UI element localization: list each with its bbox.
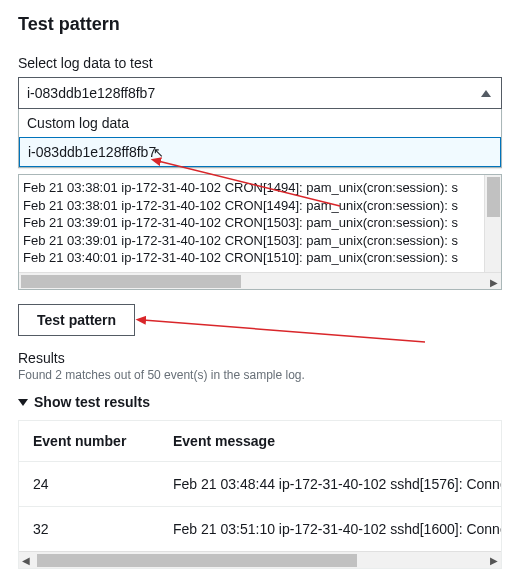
- select-label: Select log data to test: [18, 55, 502, 71]
- cell-event-number: 32: [19, 507, 159, 552]
- cell-event-message: Feb 21 03:51:10 ip-172-31-40-102 sshd[16…: [159, 507, 501, 552]
- table-horizontal-scrollbar[interactable]: ◀ ▶: [19, 551, 501, 568]
- log-data-select[interactable]: i-083ddb1e128ff8fb7: [18, 77, 502, 109]
- expander-label: Show test results: [34, 394, 150, 410]
- scroll-right-icon[interactable]: ▶: [490, 555, 498, 566]
- show-results-toggle[interactable]: Show test results: [18, 394, 502, 410]
- cursor-icon: ↖: [153, 145, 164, 160]
- cell-event-number: 24: [19, 462, 159, 507]
- table-row: 24Feb 21 03:48:44 ip-172-31-40-102 sshd[…: [19, 462, 501, 507]
- log-line: Feb 21 03:38:01 ip-172-31-40-102 CRON[14…: [23, 197, 501, 215]
- page-title: Test pattern: [18, 14, 502, 35]
- vertical-scrollbar[interactable]: [484, 175, 501, 272]
- cell-event-message: Feb 21 03:48:44 ip-172-31-40-102 sshd[15…: [159, 462, 501, 507]
- log-line: Feb 21 03:39:01 ip-172-31-40-102 CRON[15…: [23, 214, 501, 232]
- col-event-message: Event message: [159, 421, 501, 462]
- select-dropdown: Custom log data i-083ddb1e128ff8fb7↖: [18, 109, 502, 168]
- log-line: Feb 21 03:39:01 ip-172-31-40-102 CRON[15…: [23, 232, 501, 250]
- log-line: Feb 21 03:40:01 ip-172-31-40-102 CRON[15…: [23, 249, 501, 267]
- scroll-thumb[interactable]: [21, 275, 241, 288]
- scroll-thumb[interactable]: [487, 177, 500, 217]
- table-row: 32Feb 21 03:51:10 ip-172-31-40-102 sshd[…: [19, 507, 501, 552]
- annotation-arrow: [135, 312, 435, 352]
- dropdown-item-custom[interactable]: Custom log data: [19, 109, 501, 137]
- svg-line-1: [143, 320, 425, 342]
- log-preview-box: Feb 21 03:38:01 ip-172-31-40-102 CRON[14…: [18, 174, 502, 290]
- horizontal-scrollbar[interactable]: ▶: [19, 272, 501, 289]
- scroll-thumb[interactable]: [37, 554, 357, 567]
- select-value: i-083ddb1e128ff8fb7: [27, 85, 155, 101]
- test-pattern-button[interactable]: Test pattern: [18, 304, 135, 336]
- col-event-number: Event number: [19, 421, 159, 462]
- dropdown-item-selected[interactable]: i-083ddb1e128ff8fb7↖: [19, 137, 501, 167]
- scroll-left-icon[interactable]: ◀: [22, 555, 30, 566]
- log-line: Feb 21 03:38:01 ip-172-31-40-102 CRON[14…: [23, 179, 501, 197]
- chevron-down-icon: [18, 399, 28, 406]
- results-table-wrap: Event number Event message 24Feb 21 03:4…: [18, 420, 502, 569]
- results-summary: Found 2 matches out of 50 event(s) in th…: [18, 368, 502, 382]
- chevron-up-icon: [481, 90, 491, 97]
- scroll-right-icon[interactable]: ▶: [490, 277, 498, 288]
- dropdown-item-label: i-083ddb1e128ff8fb7: [28, 144, 156, 160]
- results-table: Event number Event message 24Feb 21 03:4…: [19, 421, 501, 551]
- results-heading: Results: [18, 350, 502, 366]
